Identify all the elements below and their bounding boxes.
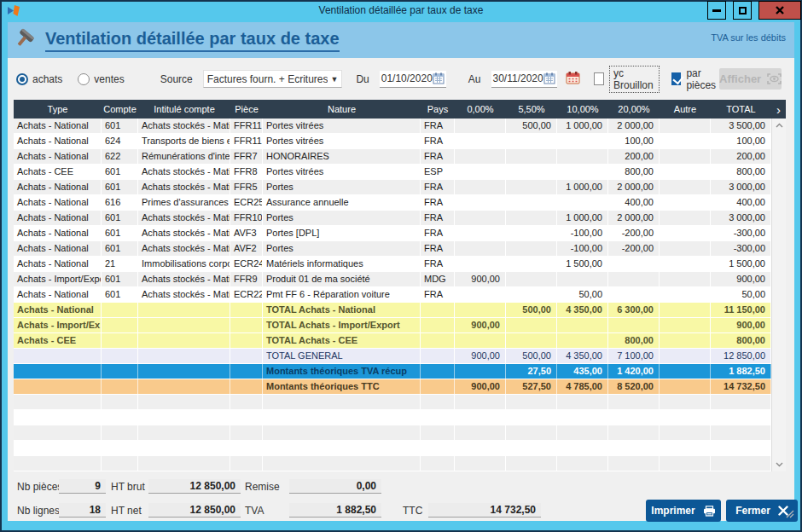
cell — [660, 425, 711, 440]
cell: Achats - Import/Ex — [14, 318, 102, 332]
table-row[interactable]: Achats - NationalTOTAL Achats - National… — [14, 303, 771, 318]
cell: Achats - National — [14, 180, 102, 194]
eye-icon — [767, 73, 782, 84]
table-row[interactable]: Achats - Import/ExTOTAL Achats - Import/… — [14, 318, 771, 333]
scroll-down-button[interactable] — [772, 458, 786, 471]
cell: 500,00 — [506, 303, 557, 317]
minimize-button[interactable] — [707, 1, 726, 20]
cell — [421, 364, 455, 379]
cell — [660, 441, 711, 455]
cell: 900,00 — [455, 318, 506, 332]
table-row[interactable] — [14, 410, 771, 425]
cell — [263, 425, 421, 440]
cell — [557, 272, 608, 286]
table-row[interactable]: Montants théoriques TVA récup27,50435,00… — [14, 364, 771, 379]
cell: 3 500,00 — [711, 119, 771, 133]
cell: 800,00 — [711, 333, 771, 348]
cell — [455, 257, 506, 271]
cell — [102, 395, 138, 409]
table-row[interactable]: Montants théoriques TTC900,00527,504 785… — [14, 379, 771, 395]
cell — [506, 211, 557, 225]
cell — [660, 241, 711, 256]
calendar-icon[interactable] — [433, 72, 445, 84]
cell — [230, 410, 263, 425]
cell: 622 — [102, 149, 138, 164]
table-row[interactable]: Achats - Import/Expo601Achats stockés - … — [14, 272, 771, 287]
cell: FRA — [421, 257, 455, 271]
vertical-scrollbar[interactable] — [771, 119, 786, 471]
cell: FRA — [421, 119, 455, 133]
source-select[interactable]: Factures fourn. + Ecritures ▼ — [203, 70, 343, 88]
cell: Portes vitrées — [263, 165, 421, 179]
table-row[interactable]: Achats - National601Achats stockés - Mat… — [14, 287, 771, 303]
cell — [421, 318, 455, 332]
table-row[interactable] — [14, 395, 771, 410]
cell — [421, 410, 455, 425]
radio-ventes[interactable]: ventes — [78, 73, 124, 85]
cell — [102, 456, 138, 471]
column-header: 0,00% — [455, 100, 506, 119]
cell — [102, 303, 138, 317]
cell — [455, 180, 506, 194]
cell: FRA — [421, 134, 455, 148]
cell: 11 150,00 — [711, 303, 771, 317]
cell — [506, 195, 557, 210]
cell — [102, 441, 138, 455]
table-row[interactable]: Achats - National624Transports de biens … — [14, 134, 771, 149]
cell — [421, 333, 455, 348]
table-row[interactable]: Achats - National601Achats stockés - Mat… — [14, 226, 771, 241]
imprimer-button[interactable]: Imprimer — [646, 500, 721, 522]
table-row[interactable]: Achats - CEE601Achats stockés - MatiFFR8… — [14, 165, 771, 180]
cell — [263, 456, 421, 471]
resize-grip[interactable] — [784, 508, 794, 521]
date-from-label: Du — [356, 73, 369, 85]
cell — [506, 441, 557, 455]
cell — [660, 119, 711, 133]
cell: 2 000,00 — [608, 119, 660, 133]
cell: FRA — [421, 226, 455, 240]
table-row[interactable]: Achats - National601Achats stockés - Mat… — [14, 119, 771, 134]
table-row[interactable]: Achats - National21Immobilisations corpo… — [14, 257, 771, 272]
page-header: Ventilation détaillée par taux de taxe T… — [8, 22, 794, 58]
date-from-input[interactable]: 01/10/2020 — [380, 71, 446, 88]
scroll-up-button[interactable] — [772, 119, 786, 132]
table-row[interactable]: Achats - CEETOTAL Achats - CEE800,00800,… — [14, 333, 771, 349]
table-row[interactable]: Achats - National622Rémunérations d'inte… — [14, 149, 771, 165]
cell — [557, 395, 608, 409]
cell — [608, 425, 660, 440]
table-header: TypeCompteIntitulé comptePièceNaturePays… — [14, 100, 771, 119]
cell: Achats - National — [14, 257, 102, 271]
table-row[interactable]: Achats - National601Achats stockés - Mat… — [14, 211, 771, 226]
par-pieces-label: par pièces — [686, 67, 719, 91]
cell — [455, 241, 506, 256]
column-header: Pièce — [230, 100, 263, 119]
cell: Achats stockés - Mati — [138, 226, 230, 240]
cell: Achats stockés - Mati — [138, 211, 230, 225]
hammer-icon — [16, 28, 37, 52]
table-row[interactable]: Achats - National601Achats stockés - Mat… — [14, 180, 771, 195]
calendar-icon[interactable] — [543, 72, 555, 84]
cell: Transports de biens e — [138, 134, 230, 148]
calendar-picker-button[interactable] — [566, 71, 580, 87]
cell: 7 100,00 — [608, 349, 660, 363]
table-row[interactable]: Achats - National601Achats stockés - Mat… — [14, 241, 771, 257]
date-to-input[interactable]: 30/11/2020 — [491, 71, 557, 88]
title-bar[interactable]: Ventilation détaillée par taux de taxe — [2, 2, 800, 20]
table-row[interactable]: TOTAL GENERAL900,00500,004 350,007 100,0… — [14, 349, 771, 364]
close-button[interactable] — [758, 1, 801, 20]
table-row[interactable] — [14, 441, 771, 456]
table-row[interactable]: Achats - National616Primes d'assurancesE… — [14, 195, 771, 211]
cell — [506, 410, 557, 425]
table-row[interactable] — [14, 456, 771, 471]
table-row[interactable] — [14, 425, 771, 441]
radio-ventes-label: ventes — [94, 73, 124, 85]
scroll-right-icon[interactable]: › — [771, 100, 786, 119]
afficher-button[interactable]: Afficher — [719, 68, 782, 90]
column-header: Intitulé compte — [138, 100, 230, 119]
radio-achats[interactable]: achats — [16, 73, 62, 85]
checkbox-par-pieces[interactable]: par pièces — [671, 67, 719, 91]
cell — [506, 272, 557, 286]
checkbox-yc-brouillon[interactable]: yc Brouillon — [594, 66, 660, 93]
window-content: Ventilation détaillée par taux de taxe T… — [8, 22, 794, 521]
maximize-button[interactable] — [733, 1, 752, 20]
